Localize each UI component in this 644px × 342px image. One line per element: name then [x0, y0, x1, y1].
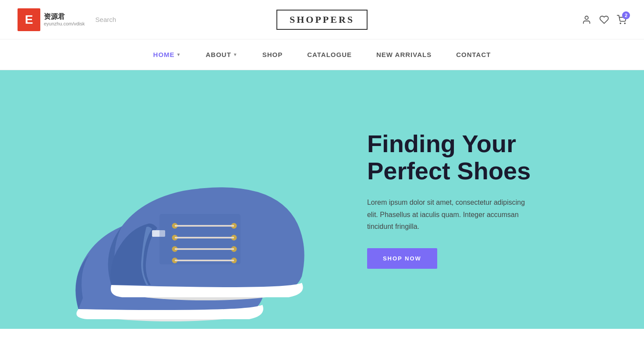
main-nav: HOME ▼ ABOUT ▼ SHOP CATALOGUE NEW ARRIVA…	[0, 39, 644, 70]
logo-box[interactable]: E 资源君 eyunzhu.com/vdisk	[18, 8, 85, 31]
hero-heading: Finding Your Perfect Shoes	[367, 130, 609, 184]
account-button[interactable]	[582, 15, 591, 25]
hero-image-area	[0, 70, 367, 329]
logo-e-icon: E	[18, 8, 40, 31]
chevron-down-icon: ▼	[233, 52, 238, 57]
header-right: 2	[582, 15, 626, 25]
nav-item-catalogue[interactable]: CATALOGUE	[307, 51, 352, 58]
brand-cn: 资源君	[44, 12, 85, 21]
shoppers-logo: SHOPPERS	[276, 10, 368, 30]
nav-item-new-arrivals[interactable]: NEW ARRIVALS	[376, 51, 432, 58]
nav-item-home[interactable]: HOME ▼	[153, 51, 181, 58]
hero-section: Finding Your Perfect Shoes Lorem ipsum d…	[0, 70, 644, 329]
heart-icon	[599, 15, 609, 25]
site-header: E 资源君 eyunzhu.com/vdisk Search SHOPPERS	[0, 0, 644, 39]
nav-item-shop[interactable]: SHOP	[262, 51, 283, 58]
hero-description: Lorem ipsum dolor sit amet, consectetur …	[367, 196, 534, 232]
logo-text: 资源君 eyunzhu.com/vdisk	[44, 12, 85, 26]
svg-point-1	[620, 23, 621, 24]
search-label[interactable]: Search	[96, 16, 117, 23]
header-center-logo[interactable]: SHOPPERS	[276, 10, 368, 30]
svg-rect-16	[159, 214, 241, 264]
cart-button[interactable]: 2	[617, 15, 626, 25]
svg-point-0	[585, 16, 588, 19]
header-left: E 资源君 eyunzhu.com/vdisk Search	[18, 8, 116, 31]
wishlist-button[interactable]	[599, 15, 609, 25]
person-icon	[582, 15, 591, 25]
shop-now-button[interactable]: SHOP NOW	[367, 248, 437, 269]
hero-content: Finding Your Perfect Shoes Lorem ipsum d…	[367, 130, 644, 269]
chevron-down-icon: ▼	[177, 52, 181, 57]
shoe-illustration	[35, 114, 333, 329]
svg-point-2	[624, 23, 625, 24]
brand-url: eyunzhu.com/vdisk	[44, 21, 85, 27]
cart-badge: 2	[622, 11, 630, 19]
nav-item-about[interactable]: ABOUT ▼	[205, 51, 237, 58]
nav-item-contact[interactable]: CONTACT	[456, 51, 491, 58]
